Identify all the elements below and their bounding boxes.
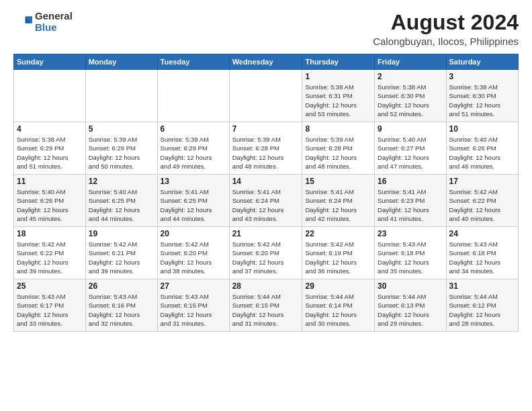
calendar-cell: 7Sunrise: 5:39 AM Sunset: 6:28 PM Daylig… (229, 122, 302, 175)
day-info: Sunrise: 5:43 AM Sunset: 6:18 PM Dayligh… (449, 240, 515, 275)
day-number: 7 (232, 124, 300, 134)
weekday-header: Friday (375, 54, 446, 70)
day-info: Sunrise: 5:39 AM Sunset: 6:28 PM Dayligh… (232, 135, 300, 171)
calendar-cell: 14Sunrise: 5:41 AM Sunset: 6:24 PM Dayli… (229, 175, 302, 227)
calendar-cell: 2Sunrise: 5:38 AM Sunset: 6:30 PM Daylig… (375, 70, 446, 122)
day-number: 18 (17, 229, 83, 238)
day-number: 28 (232, 281, 300, 291)
calendar-cell: 13Sunrise: 5:41 AM Sunset: 6:25 PM Dayli… (157, 175, 229, 227)
calendar-cell: 3Sunrise: 5:38 AM Sunset: 6:30 PM Daylig… (446, 70, 518, 122)
calendar-cell: 10Sunrise: 5:40 AM Sunset: 6:26 PM Dayli… (446, 122, 518, 175)
day-info: Sunrise: 5:42 AM Sunset: 6:20 PM Dayligh… (161, 240, 226, 275)
day-number: 23 (378, 229, 443, 238)
day-info: Sunrise: 5:40 AM Sunset: 6:26 PM Dayligh… (17, 187, 83, 223)
day-number: 8 (305, 124, 371, 134)
calendar-cell: 30Sunrise: 5:44 AM Sunset: 6:13 PM Dayli… (375, 279, 446, 332)
calendar-week-row: 25Sunrise: 5:43 AM Sunset: 6:17 PM Dayli… (14, 279, 519, 332)
calendar-cell (229, 70, 302, 122)
weekday-header: Sunday (14, 54, 86, 70)
calendar-cell: 21Sunrise: 5:42 AM Sunset: 6:20 PM Dayli… (229, 227, 302, 279)
day-info: Sunrise: 5:42 AM Sunset: 6:22 PM Dayligh… (449, 187, 515, 223)
day-info: Sunrise: 5:39 AM Sunset: 6:29 PM Dayligh… (161, 135, 226, 171)
day-number: 4 (17, 124, 83, 134)
calendar-cell: 16Sunrise: 5:41 AM Sunset: 6:23 PM Dayli… (375, 175, 446, 227)
day-info: Sunrise: 5:39 AM Sunset: 6:29 PM Dayligh… (89, 135, 154, 171)
calendar-cell: 20Sunrise: 5:42 AM Sunset: 6:20 PM Dayli… (157, 227, 229, 279)
day-info: Sunrise: 5:41 AM Sunset: 6:23 PM Dayligh… (378, 187, 443, 223)
day-number: 20 (161, 229, 226, 238)
calendar-cell: 1Sunrise: 5:38 AM Sunset: 6:31 PM Daylig… (302, 70, 375, 122)
calendar-cell (14, 70, 86, 122)
logo-general-text: General (35, 11, 73, 22)
calendar-cell (157, 70, 229, 122)
weekday-header: Monday (85, 54, 157, 70)
weekday-header: Thursday (302, 54, 375, 70)
day-number: 3 (449, 72, 515, 81)
day-number: 2 (378, 72, 443, 81)
logo-blue-text: Blue (35, 22, 73, 34)
calendar-cell: 22Sunrise: 5:42 AM Sunset: 6:19 PM Dayli… (302, 227, 375, 279)
day-info: Sunrise: 5:40 AM Sunset: 6:27 PM Dayligh… (378, 135, 443, 171)
day-number: 16 (378, 177, 443, 186)
day-number: 27 (161, 281, 226, 291)
calendar-cell: 8Sunrise: 5:39 AM Sunset: 6:28 PM Daylig… (302, 122, 375, 175)
calendar-cell: 6Sunrise: 5:39 AM Sunset: 6:29 PM Daylig… (157, 122, 229, 175)
day-number: 26 (89, 281, 154, 291)
day-number: 10 (449, 124, 515, 134)
day-info: Sunrise: 5:38 AM Sunset: 6:31 PM Dayligh… (305, 83, 371, 118)
calendar-cell: 9Sunrise: 5:40 AM Sunset: 6:27 PM Daylig… (375, 122, 446, 175)
day-number: 30 (378, 281, 443, 291)
day-info: Sunrise: 5:41 AM Sunset: 6:24 PM Dayligh… (232, 187, 300, 223)
day-info: Sunrise: 5:42 AM Sunset: 6:20 PM Dayligh… (232, 240, 300, 275)
day-number: 13 (161, 177, 226, 186)
day-info: Sunrise: 5:39 AM Sunset: 6:28 PM Dayligh… (305, 135, 371, 171)
weekday-header: Wednesday (229, 54, 302, 70)
day-info: Sunrise: 5:44 AM Sunset: 6:14 PM Dayligh… (305, 292, 371, 328)
calendar-cell: 17Sunrise: 5:42 AM Sunset: 6:22 PM Dayli… (446, 175, 518, 227)
calendar-cell: 26Sunrise: 5:43 AM Sunset: 6:16 PM Dayli… (85, 279, 157, 332)
calendar-week-row: 4Sunrise: 5:38 AM Sunset: 6:29 PM Daylig… (14, 122, 519, 175)
day-info: Sunrise: 5:44 AM Sunset: 6:13 PM Dayligh… (378, 292, 443, 328)
day-info: Sunrise: 5:43 AM Sunset: 6:18 PM Dayligh… (378, 240, 443, 275)
day-number: 1 (305, 72, 371, 81)
calendar-cell: 24Sunrise: 5:43 AM Sunset: 6:18 PM Dayli… (446, 227, 518, 279)
calendar-header-row: SundayMondayTuesdayWednesdayThursdayFrid… (14, 54, 519, 70)
main-title: August 2024 (373, 11, 519, 34)
calendar-cell: 18Sunrise: 5:42 AM Sunset: 6:22 PM Dayli… (14, 227, 86, 279)
calendar-cell: 11Sunrise: 5:40 AM Sunset: 6:26 PM Dayli… (14, 175, 86, 227)
calendar-cell: 23Sunrise: 5:43 AM Sunset: 6:18 PM Dayli… (375, 227, 446, 279)
day-number: 11 (17, 177, 83, 186)
day-number: 31 (449, 281, 515, 291)
calendar-week-row: 11Sunrise: 5:40 AM Sunset: 6:26 PM Dayli… (14, 175, 519, 227)
weekday-header: Tuesday (157, 54, 229, 70)
day-number: 25 (17, 281, 83, 291)
logo-icon (13, 13, 32, 32)
page: General Blue August 2024 Calongbuyan, Il… (0, 0, 532, 411)
day-info: Sunrise: 5:40 AM Sunset: 6:26 PM Dayligh… (449, 135, 515, 171)
calendar-cell: 4Sunrise: 5:38 AM Sunset: 6:29 PM Daylig… (14, 122, 86, 175)
calendar-week-row: 1Sunrise: 5:38 AM Sunset: 6:31 PM Daylig… (14, 70, 519, 122)
day-number: 5 (89, 124, 154, 134)
day-info: Sunrise: 5:44 AM Sunset: 6:15 PM Dayligh… (232, 292, 300, 328)
subtitle: Calongbuyan, Ilocos, Philippines (373, 36, 519, 47)
day-number: 21 (232, 229, 300, 238)
day-info: Sunrise: 5:41 AM Sunset: 6:25 PM Dayligh… (161, 187, 226, 223)
day-info: Sunrise: 5:44 AM Sunset: 6:12 PM Dayligh… (449, 292, 515, 328)
calendar-cell: 5Sunrise: 5:39 AM Sunset: 6:29 PM Daylig… (85, 122, 157, 175)
header: General Blue August 2024 Calongbuyan, Il… (13, 11, 519, 47)
day-number: 29 (305, 281, 371, 291)
calendar-cell: 28Sunrise: 5:44 AM Sunset: 6:15 PM Dayli… (229, 279, 302, 332)
calendar-cell: 19Sunrise: 5:42 AM Sunset: 6:21 PM Dayli… (85, 227, 157, 279)
day-info: Sunrise: 5:41 AM Sunset: 6:24 PM Dayligh… (305, 187, 371, 223)
day-number: 19 (89, 229, 154, 238)
calendar-week-row: 18Sunrise: 5:42 AM Sunset: 6:22 PM Dayli… (14, 227, 519, 279)
day-info: Sunrise: 5:38 AM Sunset: 6:29 PM Dayligh… (17, 135, 83, 171)
calendar-cell: 15Sunrise: 5:41 AM Sunset: 6:24 PM Dayli… (302, 175, 375, 227)
day-number: 24 (449, 229, 515, 238)
day-info: Sunrise: 5:42 AM Sunset: 6:19 PM Dayligh… (305, 240, 371, 275)
calendar-cell: 25Sunrise: 5:43 AM Sunset: 6:17 PM Dayli… (14, 279, 86, 332)
calendar-cell: 27Sunrise: 5:43 AM Sunset: 6:15 PM Dayli… (157, 279, 229, 332)
calendar-cell: 31Sunrise: 5:44 AM Sunset: 6:12 PM Dayli… (446, 279, 518, 332)
day-number: 12 (89, 177, 154, 186)
day-number: 17 (449, 177, 515, 186)
